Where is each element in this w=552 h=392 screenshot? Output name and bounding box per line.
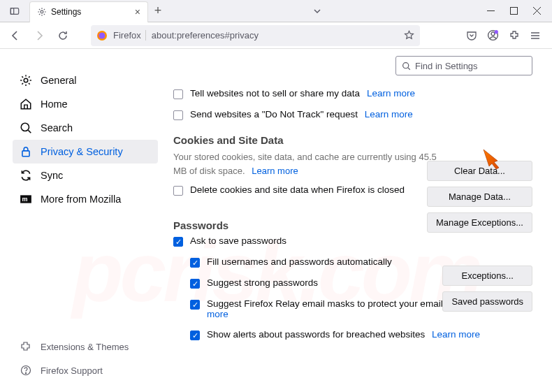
tabs-chevron-icon[interactable] bbox=[313, 7, 321, 15]
search-icon bbox=[20, 122, 32, 134]
sidebar-label: General bbox=[41, 75, 77, 86]
svg-point-2 bbox=[41, 10, 43, 13]
tab-settings[interactable]: Settings × bbox=[29, 1, 148, 22]
lock-icon bbox=[20, 145, 32, 158]
bookmark-star-icon[interactable] bbox=[404, 30, 414, 41]
svg-point-15 bbox=[24, 78, 28, 82]
alerts-label: Show alerts about passwords for breached… bbox=[207, 329, 425, 340]
gear-icon bbox=[37, 7, 47, 17]
url-bar[interactable]: Firefox about:preferences#privacy bbox=[91, 25, 420, 46]
checkbox-do-not-track[interactable] bbox=[173, 110, 183, 120]
cookies-heading: Cookies and Site Data bbox=[173, 134, 532, 146]
forward-button[interactable] bbox=[29, 26, 49, 45]
svg-line-17 bbox=[28, 130, 31, 133]
back-button[interactable] bbox=[6, 26, 25, 45]
mozilla-icon: m bbox=[20, 193, 32, 205]
minimize-button[interactable] bbox=[487, 7, 495, 15]
svg-point-22 bbox=[25, 372, 26, 373]
account-icon[interactable] bbox=[487, 29, 499, 41]
sidebar-label: More from Mozilla bbox=[41, 194, 121, 205]
manage-data-button[interactable]: Manage Data... bbox=[427, 187, 532, 207]
svg-point-8 bbox=[99, 32, 106, 38]
svg-point-23 bbox=[403, 62, 409, 68]
settings-sidebar: General Home Search Privacy & Security S… bbox=[0, 49, 158, 392]
sidebar-item-sync[interactable]: Sync bbox=[13, 164, 158, 187]
sidebar-label: Home bbox=[41, 99, 68, 110]
navigation-toolbar: Firefox about:preferences#privacy bbox=[0, 22, 552, 49]
titlebar: Settings × + bbox=[0, 0, 552, 22]
learn-more-link[interactable]: Learn more bbox=[252, 166, 298, 176]
checkbox-delete-on-close[interactable] bbox=[173, 186, 183, 196]
sidebar-item-search[interactable]: Search bbox=[13, 116, 158, 140]
sidebar-item-more-mozilla[interactable]: m More from Mozilla bbox=[13, 187, 158, 211]
svg-point-10 bbox=[491, 32, 495, 36]
learn-more-link[interactable]: Learn more bbox=[432, 329, 480, 340]
fill-label: Fill usernames and passwords automatical… bbox=[207, 256, 392, 267]
sidebar-firefox-support[interactable]: Firefox Support bbox=[13, 358, 158, 382]
firefox-logo-icon bbox=[96, 30, 108, 41]
checkbox-fill-passwords[interactable] bbox=[190, 258, 200, 268]
sidebar-foot-label: Firefox Support bbox=[41, 365, 103, 376]
sidebar-label: Sync bbox=[41, 170, 63, 181]
tab-close-icon[interactable]: × bbox=[135, 6, 140, 17]
svg-point-11 bbox=[495, 30, 498, 34]
manage-exceptions-button[interactable]: Manage Exceptions... bbox=[427, 212, 532, 233]
extensions-icon[interactable] bbox=[509, 30, 520, 41]
cookies-description: Your stored cookies, site data, and cach… bbox=[173, 150, 446, 177]
settings-search-input[interactable]: Find in Settings bbox=[395, 56, 532, 75]
sidebar-extensions-themes[interactable]: Extensions & Themes bbox=[13, 335, 158, 358]
reload-button[interactable] bbox=[53, 26, 73, 45]
learn-more-link[interactable]: Learn more bbox=[367, 88, 415, 99]
maximize-button[interactable] bbox=[510, 7, 518, 15]
svg-line-24 bbox=[408, 67, 410, 69]
tab-title: Settings bbox=[51, 7, 131, 17]
svg-rect-4 bbox=[511, 8, 518, 15]
svg-point-16 bbox=[21, 123, 29, 131]
menu-icon[interactable] bbox=[530, 30, 541, 41]
checkbox-relay-masks[interactable] bbox=[190, 300, 200, 310]
tab-strip-dropdown[interactable] bbox=[0, 6, 29, 16]
url-text: about:preferences#privacy bbox=[152, 30, 398, 41]
home-icon bbox=[20, 98, 32, 110]
help-icon bbox=[20, 364, 32, 377]
svg-text:m: m bbox=[22, 196, 27, 203]
clear-data-button[interactable]: Clear Data... bbox=[427, 161, 532, 181]
checkbox-breach-alerts[interactable] bbox=[190, 331, 200, 340]
sidebar-item-privacy[interactable]: Privacy & Security bbox=[13, 140, 158, 164]
svg-rect-0 bbox=[10, 8, 18, 14]
delete-on-close-label: Delete cookies and site data when Firefo… bbox=[190, 184, 405, 195]
learn-more-link[interactable]: Learn more bbox=[365, 109, 413, 119]
saved-passwords-button[interactable]: Saved passwords bbox=[442, 291, 532, 312]
close-window-button[interactable] bbox=[533, 7, 541, 15]
url-brand: Firefox bbox=[113, 30, 146, 41]
settings-main: Find in Settings Tell websites not to se… bbox=[158, 49, 552, 392]
checkbox-ask-save-passwords[interactable] bbox=[173, 237, 183, 247]
svg-rect-18 bbox=[22, 151, 29, 157]
puzzle-icon bbox=[20, 340, 32, 353]
sidebar-foot-label: Extensions & Themes bbox=[41, 342, 129, 352]
checkbox-do-not-sell[interactable] bbox=[173, 89, 183, 99]
sidebar-label: Search bbox=[41, 122, 73, 133]
new-tab-button[interactable]: + bbox=[148, 3, 168, 18]
sidebar-item-home[interactable]: Home bbox=[13, 92, 158, 116]
search-placeholder: Find in Settings bbox=[415, 61, 478, 71]
pocket-icon[interactable] bbox=[466, 30, 477, 41]
relay-label: Suggest Firefox Relay email masks to pro… bbox=[207, 298, 479, 309]
checkbox-suggest-strong[interactable] bbox=[190, 279, 200, 289]
annotation-arrow-icon bbox=[481, 147, 504, 170]
window-controls bbox=[487, 7, 552, 15]
gear-icon bbox=[20, 74, 32, 87]
do-not-track-label: Send websites a "Do Not Track" request bbox=[190, 109, 358, 119]
password-exceptions-button[interactable]: Exceptions... bbox=[442, 266, 532, 286]
sidebar-item-general[interactable]: General bbox=[13, 68, 158, 92]
sync-icon bbox=[20, 169, 32, 182]
suggest-label: Suggest strong passwords bbox=[207, 277, 318, 288]
ask-save-label: Ask to save passwords bbox=[190, 235, 286, 246]
do-not-sell-label: Tell websites not to sell or share my da… bbox=[190, 88, 360, 99]
sidebar-label: Privacy & Security bbox=[41, 146, 123, 157]
